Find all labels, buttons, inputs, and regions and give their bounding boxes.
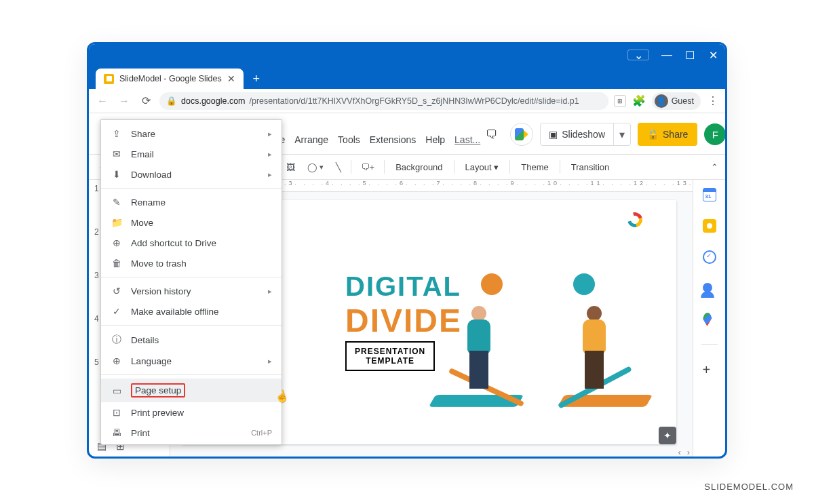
slides-favicon-icon <box>104 74 114 84</box>
file-menu-print-preview[interactable]: ⊡Print preview <box>101 402 282 423</box>
file-menu-email[interactable]: ✉Email▸ <box>101 144 282 164</box>
menu-item-label: Page setup <box>131 383 185 398</box>
menu-item-icon: 🖶 <box>111 427 123 438</box>
menu-item-label: Details <box>131 335 159 345</box>
menu-item-icon: ⇪ <box>111 128 123 139</box>
share-button[interactable]: 🔒Share <box>638 123 697 146</box>
background-button[interactable]: Background <box>390 159 448 175</box>
transition-button[interactable]: Transition <box>566 159 615 175</box>
menu-separator <box>101 374 282 375</box>
minimize-icon[interactable]: — <box>661 50 672 60</box>
menu-item-shortcut: ▸ <box>268 287 272 296</box>
horizontal-scrollbar[interactable]: ‹ › <box>170 447 693 457</box>
forward-icon[interactable]: → <box>116 95 132 107</box>
tab-close-icon[interactable]: ✕ <box>227 73 235 84</box>
menu-item-icon: ↺ <box>111 286 123 296</box>
meet-icon[interactable] <box>510 123 533 146</box>
reload-icon[interactable]: ⟳ <box>138 94 154 107</box>
menu-item-icon: ⊡ <box>111 407 123 418</box>
explore-button[interactable]: ✦ <box>659 427 676 444</box>
menu-separator <box>101 325 282 326</box>
menu-item-icon: ✎ <box>111 197 123 208</box>
file-menu-details[interactable]: ⓘDetails <box>101 329 282 351</box>
menu-item-label: Move to trash <box>131 258 187 269</box>
menu-item-shortcut: ▸ <box>268 357 272 366</box>
file-menu-share[interactable]: ⇪Share▸ <box>101 123 282 144</box>
url-field[interactable]: 🔒 docs.google.com/presentation/d/1tt7KHl… <box>159 92 608 110</box>
menu-item-label: Email <box>131 149 154 159</box>
menu-item-label: Print preview <box>131 408 184 418</box>
menu-item-label: Language <box>131 356 172 366</box>
browser-tabs: SlideModel - Google Slides ✕ + <box>89 66 725 89</box>
file-menu-move-to-trash[interactable]: 🗑Move to trash <box>101 253 282 273</box>
line-icon[interactable]: ╲ <box>332 159 345 175</box>
collapse-toolbar-icon[interactable]: ⌃ <box>711 162 718 172</box>
menu-item-label: Version history <box>131 286 191 296</box>
file-menu-page-setup[interactable]: ▭Page setup <box>101 379 282 402</box>
tab-title: SlideModel - Google Slides <box>119 74 222 83</box>
slide-illustration[interactable] <box>432 241 649 424</box>
lock-icon: 🔒 <box>166 96 177 106</box>
file-menu-language[interactable]: ⊕Language▸ <box>101 351 282 371</box>
lock-icon: 🔒 <box>647 129 659 140</box>
scroll-left-icon[interactable]: ‹ <box>678 447 680 457</box>
profile-guest-button[interactable]: 👤 Guest <box>652 92 701 110</box>
theme-button[interactable]: Theme <box>516 159 554 175</box>
win-dropdown-icon[interactable]: ⌄ <box>627 50 649 60</box>
browser-menu-icon[interactable]: ⋮ <box>706 94 720 107</box>
slideshow-button[interactable]: ▣Slideshow ▾ <box>540 123 631 146</box>
file-menu-dropdown: ⇪Share▸✉Email▸⬇Download▸✎Rename📁Move⊕Add… <box>100 119 282 445</box>
file-menu-version-history[interactable]: ↺Version history▸ <box>101 281 282 301</box>
tasks-icon[interactable] <box>703 250 716 264</box>
layout-button[interactable]: Layout ▾ <box>460 159 505 175</box>
menu-item-label: Make available offline <box>131 307 219 317</box>
comment-add-icon[interactable]: 🗨+ <box>357 159 379 175</box>
add-on-plus-icon[interactable]: + <box>703 362 716 376</box>
keep-icon[interactable] <box>703 219 716 233</box>
file-menu-rename[interactable]: ✎Rename <box>101 192 282 212</box>
contacts-icon[interactable] <box>703 282 716 295</box>
file-menu-print[interactable]: 🖶PrintCtrl+P <box>101 423 282 443</box>
maximize-icon[interactable]: ☐ <box>684 50 695 60</box>
translate-icon[interactable]: ⊞ <box>614 95 626 107</box>
calendar-icon[interactable] <box>703 188 716 201</box>
menu-help[interactable]: Help <box>425 134 445 148</box>
shape-icon[interactable]: ◯▾ <box>303 159 328 175</box>
file-menu-make-available-offline[interactable]: ✓Make available offline <box>101 301 282 322</box>
extension-icon[interactable]: 🧩 <box>632 94 646 109</box>
file-menu-move[interactable]: 📁Move <box>101 212 282 233</box>
menu-separator <box>101 277 282 277</box>
file-menu-add-shortcut-to-drive[interactable]: ⊕Add shortcut to Drive <box>101 233 282 253</box>
maps-icon[interactable] <box>703 313 716 326</box>
menu-item-label: Download <box>131 170 172 180</box>
menu-item-shortcut: Ctrl+P <box>251 429 272 437</box>
play-icon: ▣ <box>549 129 558 140</box>
guest-label: Guest <box>672 96 694 106</box>
browser-tab[interactable]: SlideModel - Google Slides ✕ <box>96 69 244 89</box>
new-tab-button[interactable]: + <box>248 70 265 88</box>
url-host: docs.google.com <box>181 96 246 106</box>
menu-item-icon: ⓘ <box>111 334 123 346</box>
menu-last[interactable]: Last... <box>454 134 480 148</box>
menu-item-shortcut: ▸ <box>268 150 272 159</box>
menu-item-icon: ⊕ <box>111 355 123 366</box>
account-avatar[interactable]: F <box>704 123 726 145</box>
menu-extensions[interactable]: Extensions <box>370 134 416 148</box>
slide-subtitle-box[interactable]: PRESENTATION TEMPLATE <box>345 341 435 371</box>
close-icon[interactable]: ✕ <box>708 50 718 60</box>
menu-tools[interactable]: Tools <box>338 134 360 148</box>
back-icon[interactable]: ← <box>94 95 111 107</box>
menu-item-icon: 🗑 <box>111 258 123 269</box>
scroll-right-icon[interactable]: › <box>687 447 690 457</box>
menu-item-icon: ✓ <box>111 306 123 317</box>
menu-item-icon: ⬇ <box>111 169 123 180</box>
file-menu-download[interactable]: ⬇Download▸ <box>101 164 282 185</box>
slideshow-dropdown-icon[interactable]: ▾ <box>614 128 630 141</box>
image-icon[interactable]: 🖼 <box>282 159 299 175</box>
menu-separator <box>101 188 282 189</box>
menu-item-label: Rename <box>131 197 166 208</box>
menu-item-label: Move <box>131 218 153 228</box>
comments-icon[interactable]: 🗨 <box>480 123 503 146</box>
menu-arrange[interactable]: Arrange <box>294 134 328 148</box>
menu-item-icon: 📁 <box>111 217 123 228</box>
